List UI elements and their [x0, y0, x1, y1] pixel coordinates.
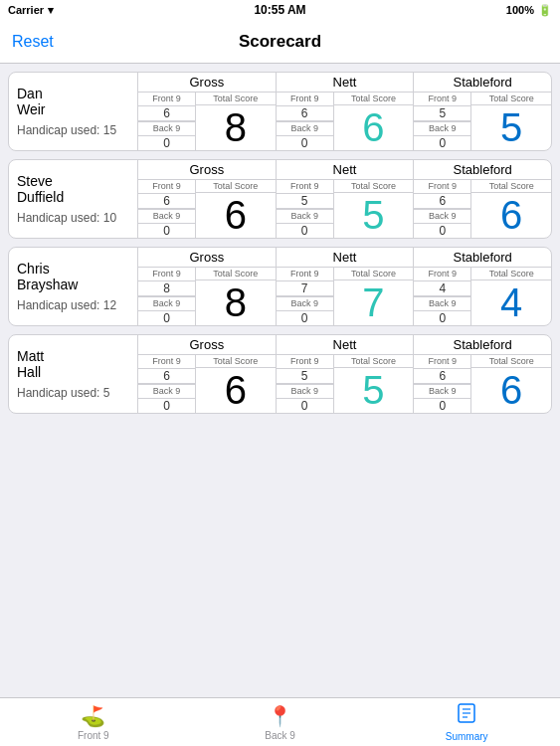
- score-section: Gross Front 9 6 Back 9 0 Total Score 6: [138, 335, 277, 413]
- tab-summary[interactable]: Summary: [373, 698, 560, 746]
- total-big-score: 5: [362, 193, 384, 238]
- sub-col-rows: Front 9 4 Back 9 0: [414, 268, 471, 325]
- section-header: Stableford: [414, 248, 551, 268]
- total-big-score: 8: [225, 280, 247, 325]
- total-header: Total Score: [196, 180, 276, 193]
- status-bar: Carrier ▾ 10:55 AM 100% 🔋: [0, 0, 560, 20]
- tab-front-9[interactable]: ⛳Front 9: [0, 698, 187, 746]
- section-header: Gross: [138, 73, 276, 93]
- player-last-name: Duffield: [17, 189, 129, 205]
- total-header: Total Score: [334, 180, 414, 193]
- total-big-score: 4: [500, 280, 522, 325]
- sub-header-back: Back 9: [414, 296, 470, 311]
- total-col: Total Score 5: [471, 93, 551, 150]
- sub-rows: 5 Back 9 0: [277, 194, 333, 238]
- section-body: Front 9 6 Back 9 0 Total Score 8: [138, 93, 276, 150]
- sub-header-front: Front 9: [277, 268, 333, 281]
- score-sections: Gross Front 9 6 Back 9 0 Total Score 8: [138, 73, 551, 150]
- sub-col-rows: Front 9 6 Back 9 0: [414, 355, 471, 413]
- player-card: Dan Weir Handicap used: 15 Gross Front 9…: [8, 72, 552, 151]
- total-value: 5: [334, 368, 414, 413]
- total-big-score: 6: [500, 368, 522, 413]
- back-value: 0: [414, 224, 470, 238]
- total-col: Total Score 8: [196, 268, 276, 325]
- reset-button[interactable]: Reset: [12, 33, 54, 51]
- sub-col-rows: Front 9 6 Back 9 0: [277, 93, 334, 150]
- tab-bar: ⛳Front 9📍Back 9Summary: [0, 697, 560, 746]
- sub-rows: 6 Back 9 0: [138, 106, 195, 150]
- total-col: Total Score 6: [334, 93, 414, 150]
- score-section: Gross Front 9 6 Back 9 0 Total Score 6: [138, 160, 277, 238]
- player-first-name: Matt: [17, 348, 129, 364]
- back-value: 0: [138, 399, 195, 413]
- sub-header-front: Front 9: [414, 268, 470, 281]
- total-value: 6: [196, 193, 276, 238]
- sub-rows: 8 Back 9 0: [138, 281, 195, 325]
- tab-icon-0: ⛳: [81, 704, 105, 728]
- player-handicap: Handicap used: 10: [17, 211, 129, 225]
- total-header: Total Score: [334, 355, 414, 368]
- player-handicap: Handicap used: 5: [17, 386, 129, 400]
- back-value: 0: [277, 224, 333, 238]
- total-big-score: 5: [500, 105, 522, 150]
- sub-col-rows: Front 9 6 Back 9 0: [138, 180, 196, 238]
- front-value: 6: [414, 194, 470, 209]
- sub-header-front: Front 9: [414, 355, 470, 369]
- front-value: 5: [414, 106, 470, 121]
- total-col: Total Score 6: [196, 180, 276, 238]
- sub-header-front: Front 9: [277, 180, 333, 194]
- front-value: 5: [277, 194, 333, 209]
- tab-icon-1: 📍: [268, 704, 292, 728]
- player-first-name: Chris: [17, 261, 129, 277]
- total-big-score: 5: [362, 368, 384, 413]
- sub-header-back: Back 9: [277, 209, 333, 224]
- section-header: Nett: [277, 248, 414, 268]
- status-right: 100% 🔋: [506, 4, 552, 17]
- sub-col-rows: Front 9 6 Back 9 0: [414, 180, 471, 238]
- total-value: 5: [471, 105, 551, 150]
- back-value: 0: [277, 136, 333, 150]
- sub-col-rows: Front 9 5 Back 9 0: [277, 180, 334, 238]
- score-section: Stableford Front 9 4 Back 9 0 Total Scor…: [414, 248, 551, 325]
- total-header: Total Score: [196, 355, 276, 368]
- total-header: Total Score: [471, 268, 551, 280]
- sub-header-back: Back 9: [277, 121, 333, 136]
- player-handicap: Handicap used: 15: [17, 123, 129, 137]
- nav-bar: Reset Scorecard: [0, 20, 560, 64]
- sub-rows: 4 Back 9 0: [414, 281, 470, 325]
- total-header: Total Score: [471, 180, 551, 193]
- back-value: 0: [138, 311, 195, 325]
- sub-header-front: Front 9: [277, 93, 333, 106]
- total-value: 4: [471, 280, 551, 325]
- total-col: Total Score 7: [334, 268, 414, 325]
- sub-rows: 7 Back 9 0: [277, 281, 333, 325]
- sub-header-front: Front 9: [138, 180, 195, 194]
- total-col: Total Score 5: [334, 180, 414, 238]
- section-body: Front 9 4 Back 9 0 Total Score 4: [414, 268, 551, 325]
- section-header: Nett: [277, 335, 414, 355]
- section-body: Front 9 6 Back 9 0 Total Score 6: [277, 93, 414, 150]
- main-content: Dan Weir Handicap used: 15 Gross Front 9…: [0, 64, 560, 697]
- score-section: Nett Front 9 7 Back 9 0 Total Score 7: [277, 248, 415, 325]
- sub-rows: 5 Back 9 0: [277, 369, 333, 413]
- front-value: 6: [414, 369, 470, 384]
- sub-header-front: Front 9: [138, 268, 195, 281]
- player-card: Matt Hall Handicap used: 5 Gross Front 9…: [8, 334, 552, 414]
- front-value: 8: [138, 281, 195, 296]
- score-section: Nett Front 9 6 Back 9 0 Total Score 6: [277, 73, 415, 150]
- nav-title: Scorecard: [239, 32, 321, 52]
- sub-rows: 6 Back 9 0: [414, 194, 470, 238]
- sub-col-rows: Front 9 5 Back 9 0: [277, 355, 334, 413]
- tab-back-9[interactable]: 📍Back 9: [187, 698, 374, 746]
- tab-label-1: Back 9: [265, 730, 295, 741]
- back-value: 0: [138, 224, 195, 238]
- total-value: 6: [471, 368, 551, 413]
- front-value: 5: [277, 369, 333, 384]
- total-header: Total Score: [196, 268, 276, 280]
- sub-header-front: Front 9: [414, 93, 470, 106]
- player-card: Chris Brayshaw Handicap used: 12 Gross F…: [8, 247, 552, 326]
- section-header: Nett: [277, 73, 414, 93]
- total-big-score: 6: [225, 368, 247, 413]
- total-big-score: 6: [362, 105, 384, 150]
- score-sections: Gross Front 9 6 Back 9 0 Total Score 6: [138, 335, 551, 413]
